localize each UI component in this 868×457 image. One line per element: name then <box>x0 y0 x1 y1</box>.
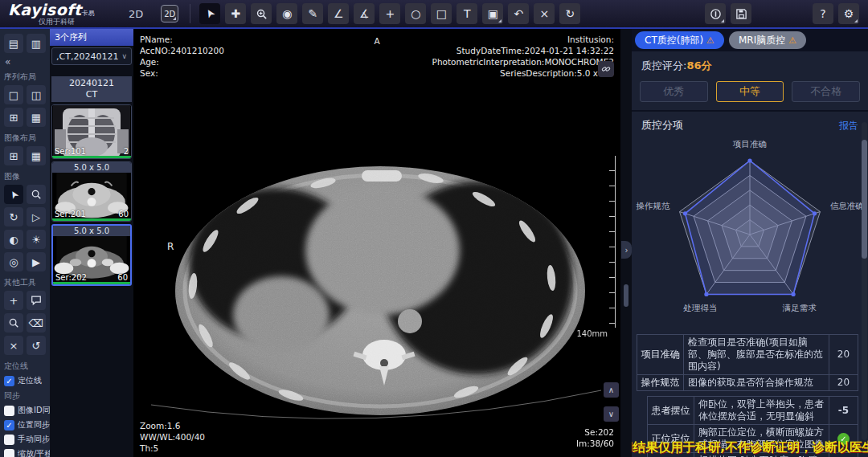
thumb-series-label: Ser:202 <box>55 273 87 282</box>
thumbnail-series-201[interactable]: 5.0 x 5.0 Ser:201 60 <box>51 161 132 222</box>
cine-play-button[interactable]: ▶ <box>27 252 46 271</box>
brand-tagline: 仅用于科研 <box>39 18 121 26</box>
tab-ct-lung-qc[interactable]: CT质控(肺部) ⚠ <box>635 31 724 49</box>
cursor-button[interactable]: ➤ <box>199 3 220 24</box>
view-2d-button[interactable]: 2D <box>161 5 178 22</box>
delete-button[interactable]: × <box>534 3 555 24</box>
delete-button[interactable]: × <box>4 336 23 355</box>
thumbnail-series-101[interactable]: Ser:101 2 <box>51 104 132 159</box>
checkbox-图像ID同步[interactable]: 图像ID同步 <box>4 405 47 416</box>
scroll-down-button[interactable]: ∨ <box>604 406 619 422</box>
pan-button[interactable]: ✚ <box>225 3 246 24</box>
qc-subitem-header: 质控分项 报告 <box>632 112 868 134</box>
layout-1x1-button[interactable]: □ <box>4 85 23 104</box>
report-button[interactable]: ▥ <box>27 34 46 53</box>
settings-button[interactable]: ⚙ <box>838 3 859 24</box>
toolbar-right-group <box>702 3 754 24</box>
checkbox-缩放/平移[interactable]: 缩放/平移 <box>4 448 47 457</box>
series-list-button[interactable]: ▤ <box>4 34 23 53</box>
checkbox-定位线[interactable]: ✓定位线 <box>4 375 47 386</box>
qc-table-row: 项目准确检查项目是否准确(项目如脑部、胸部、腹部是否在标准的范围内容)20 <box>637 335 858 375</box>
layout-3x3-button[interactable]: ▦ <box>27 108 46 127</box>
qc-table-row: 操作规范图像的获取是否符合操作规范20 <box>637 375 858 391</box>
checkbox-label: 手动同步 <box>18 434 50 445</box>
qc-table-row: 患者摆位仰卧位，双臂上举抱头，患者体位摆放合适，无明显偏斜-5 <box>648 397 858 425</box>
checkbox-手动同步[interactable]: 手动同步 <box>4 434 47 445</box>
collapse-panel-button[interactable]: « <box>5 56 47 67</box>
checkbox-位置同步[interactable]: ✓位置同步 <box>4 419 47 430</box>
delete-icon: × <box>539 7 549 20</box>
help-button[interactable]: ? <box>813 3 833 24</box>
save-button[interactable] <box>731 3 751 24</box>
pencil-button[interactable]: ✎ <box>302 3 323 24</box>
angle-button[interactable]: ∠ <box>328 3 349 24</box>
checkbox-unchecked-icon[interactable] <box>4 406 14 416</box>
window-level-button[interactable]: ◉ <box>276 3 297 24</box>
divider-scrollbar-thumb[interactable] <box>624 284 628 307</box>
rect-roi-button[interactable]: □ <box>431 3 452 24</box>
cine-button[interactable]: ▣ <box>482 3 503 24</box>
qc-radar-chart: 项目准确信息准确满足需求处理得当操作规范 <box>632 137 868 326</box>
expand-panel-button[interactable]: › <box>621 241 632 259</box>
series-thumbnail-panel: 3个序列 ,CT,20240121 ∨ 20240121 CT Ser:101 … <box>50 29 133 457</box>
flip-button[interactable]: ▷ <box>27 207 46 226</box>
cursor-icon: ➤ <box>6 188 21 202</box>
reset-button[interactable]: ↺ <box>27 336 46 355</box>
window-level-icon: ◉ <box>282 7 292 20</box>
panel-scrollbar-thumb[interactable] <box>862 140 867 259</box>
mode-label: 2D <box>129 8 143 20</box>
brightness-button[interactable]: ☀ <box>27 230 46 249</box>
eraser-button[interactable]: ⌫ <box>27 313 46 333</box>
probe-button[interactable]: + <box>379 3 400 24</box>
grade-excellent-button[interactable]: 优秀 <box>640 81 708 102</box>
add-button[interactable]: + <box>4 291 23 310</box>
cursor-button[interactable]: ➤ <box>4 185 23 204</box>
scroll-up-button[interactable]: ∧ <box>604 382 619 398</box>
search-button[interactable] <box>27 185 46 204</box>
target-button[interactable]: ◎ <box>4 252 23 271</box>
eraser-icon: ⌫ <box>29 317 43 329</box>
checkbox-checked-icon[interactable]: ✓ <box>4 376 14 386</box>
panel-scrollbar[interactable] <box>862 122 867 440</box>
section-label-image-tools: 图像 <box>4 171 47 182</box>
zoom-in-button[interactable] <box>251 3 272 24</box>
sidebar-sections: 序列布局□◫⊞▦图像布局⊞▦图像➤↻▷◐☀◎▶其他工具+⌫×↺ <box>2 71 47 357</box>
qc-score-row: 质控评分:86分 <box>632 51 868 75</box>
layout-2x2-button[interactable]: ⊞ <box>4 108 23 127</box>
rotate-reset-button[interactable]: ↻ <box>559 3 580 24</box>
section-label-image-layout: 图像布局 <box>4 133 47 144</box>
thumbnail-series-202[interactable]: 5.0 x 5.0 Ser:202 60 <box>51 224 132 286</box>
text-annotation-button[interactable]: T <box>457 3 477 24</box>
tab-mri-brain-qc[interactable]: MRI脑质控 ⚠ <box>729 31 806 49</box>
qc-item-name: 项目准确 <box>637 335 684 375</box>
rotate-button[interactable]: ↻ <box>4 207 23 226</box>
about-button[interactable] <box>705 3 726 24</box>
link-series-button[interactable] <box>598 61 614 77</box>
grade-medium-button[interactable]: 中等 <box>716 81 784 102</box>
qc-tabbar: CT质控(肺部) ⚠ MRI脑质控 ⚠ <box>632 29 868 51</box>
checkbox-unchecked-icon[interactable] <box>4 449 14 457</box>
img-layout-3x3-button[interactable]: ▦ <box>27 146 46 165</box>
cobb-angle-button[interactable]: ∡ <box>354 3 375 24</box>
thumb-loaded-bar <box>52 218 131 221</box>
comment-button[interactable] <box>27 291 46 310</box>
checkbox-unchecked-icon[interactable] <box>4 435 14 445</box>
study-dropdown[interactable]: ,CT,20240121 ∨ <box>51 47 132 65</box>
warning-icon: ⚠ <box>788 35 796 46</box>
thumb-series-label: Ser:201 <box>55 210 86 218</box>
cobb-angle-icon: ∡ <box>359 7 370 20</box>
invert-button[interactable]: ◐ <box>4 230 23 249</box>
ct-viewport[interactable]: PName: AccNO:2401210200 Age: Sex: A Inst… <box>133 29 620 457</box>
ellipse-roi-button[interactable]: ○ <box>405 3 426 24</box>
undo-button[interactable]: ↶ <box>508 3 529 24</box>
report-link[interactable]: 报告 <box>839 119 858 133</box>
checkbox-checked-icon[interactable]: ✓ <box>4 420 14 430</box>
layout-1x2-button[interactable]: ◫ <box>27 85 46 104</box>
rect-roi-icon: □ <box>436 7 447 20</box>
study-info-overlay: Institusion: StudyDateTime:2024-01-21 14… <box>432 34 614 79</box>
roi-magnifier-button[interactable] <box>4 313 23 333</box>
grade-fail-button[interactable]: 不合格 <box>792 81 860 102</box>
sync-section-label: 同步 <box>4 390 47 402</box>
img-layout-2x2-button[interactable]: ⊞ <box>4 146 23 165</box>
flip-icon: ▷ <box>32 211 40 223</box>
